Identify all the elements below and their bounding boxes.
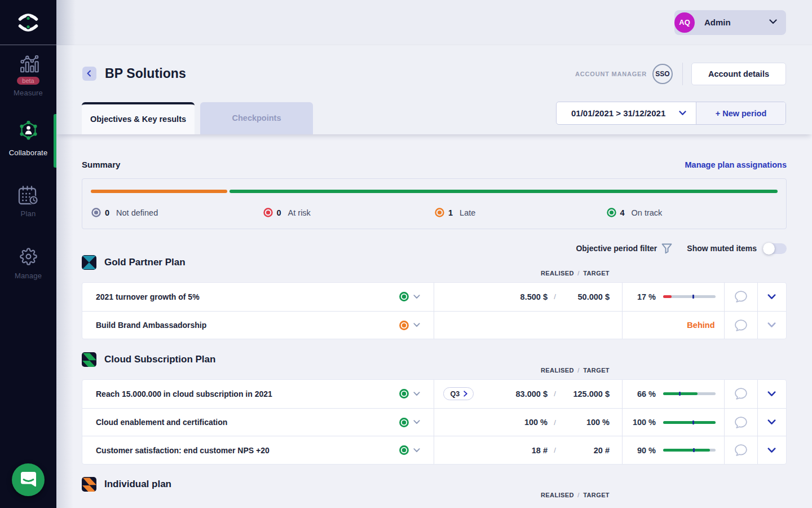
key-result-row: Customer satisfaction: end customer NPS … — [82, 436, 786, 464]
realised-value: 83.000 $ — [469, 389, 548, 398]
plan-logo — [82, 255, 96, 270]
status-ring-icon — [263, 208, 273, 217]
key-result-row: 2021 turnover growth of 5% 8.500 $ — [82, 283, 786, 311]
sidebar-item-plan[interactable]: Plan — [0, 185, 56, 218]
expand-row-button[interactable] — [758, 312, 787, 339]
app-logo[interactable] — [0, 0, 56, 45]
sync-arcs-logo-icon — [17, 11, 39, 34]
status-ring-icon — [399, 292, 409, 301]
key-result-title: Customer satisfaction: end customer NPS … — [96, 446, 399, 455]
summary-legend: 0 Not defined 0 At risk 1 Late 4 On trac… — [91, 208, 778, 217]
filter-row: Objective period filter Show muted items — [576, 243, 787, 254]
quarter-badge[interactable]: Q3 — [443, 387, 474, 400]
progress-fill — [663, 449, 710, 452]
plan-header: Gold Partner Plan — [82, 255, 186, 270]
status-ring-icon — [607, 208, 616, 217]
comment-button[interactable] — [725, 283, 758, 311]
plan-header: Individual plan — [82, 477, 171, 492]
status-ring-icon — [399, 389, 409, 398]
sidebar-item-label: Collaborate — [0, 148, 56, 157]
comment-button[interactable] — [725, 409, 758, 436]
tab-objectives-key-results[interactable]: Objectives & Key results — [82, 102, 195, 134]
chevron-down-icon — [769, 19, 777, 24]
realised-target-separator: / — [548, 292, 562, 301]
summary-bar-segment — [91, 190, 227, 193]
legend-count: 0 — [277, 208, 281, 217]
realised-target-separator: / — [548, 418, 562, 427]
chevron-down-icon — [767, 448, 776, 453]
beta-badge: beta — [17, 77, 39, 85]
status-selector[interactable] — [399, 321, 420, 330]
sidebar-item-manage[interactable]: Manage — [0, 248, 56, 280]
active-nav-indicator — [54, 114, 56, 168]
header-divider — [682, 63, 683, 85]
expand-row-button[interactable] — [758, 380, 787, 408]
sidebar-item-label: Manage — [0, 271, 56, 280]
progress-percent: 66 % — [623, 389, 656, 398]
user-menu[interactable]: AQ Admin — [674, 10, 786, 35]
progress-bar — [663, 392, 716, 395]
tab-checkpoints[interactable]: Checkpoints — [200, 102, 313, 134]
person-hexagon-icon — [19, 121, 38, 142]
key-result-row: Reach 15.000.000 in cloud subscription i… — [82, 380, 786, 408]
status-selector[interactable] — [399, 445, 420, 455]
filter-funnel-icon[interactable] — [661, 243, 672, 254]
page-header: BP Solutions ACCOUNT MANAGER SSO Account… — [56, 45, 812, 134]
expand-row-button[interactable] — [758, 283, 787, 311]
calendar-clock-icon — [17, 185, 39, 205]
new-period-button[interactable]: + New period — [696, 102, 785, 124]
status-selector[interactable] — [399, 292, 420, 301]
target-value: 100 % — [562, 418, 610, 427]
expand-row-button[interactable] — [758, 409, 787, 436]
key-result-row: Cloud enablement and certification 100 % — [82, 408, 786, 436]
expand-row-button[interactable] — [758, 436, 787, 464]
user-name: Admin — [704, 17, 731, 27]
summary-title: Summary — [82, 160, 120, 169]
sidebar-item-collaborate[interactable]: Collaborate — [0, 121, 56, 157]
main-area: AQ Admin BP Solutions ACCOUNT MANAGER SS… — [56, 0, 812, 508]
period-control: 01/01/2021 > 31/12/2021 + New period — [556, 102, 786, 125]
chat-bubble-icon — [21, 472, 36, 488]
progress-bar — [663, 295, 716, 298]
plan-table: 2021 turnover growth of 5% 8.500 $ — [82, 282, 787, 339]
account-details-button[interactable]: Account details — [691, 63, 786, 85]
chat-launcher-button[interactable] — [12, 463, 45, 496]
progress-fill — [663, 295, 672, 298]
chevron-down-icon — [767, 391, 776, 397]
status-ring-icon — [399, 445, 409, 455]
show-muted-toggle[interactable] — [763, 243, 787, 254]
sidebar-item-measure[interactable]: beta Measure — [0, 55, 56, 97]
sidebar-item-label: Measure — [0, 89, 56, 97]
quarter-label: Q3 — [451, 390, 460, 398]
account-manager-avatar[interactable]: SSO — [652, 64, 673, 84]
status-ring-icon — [91, 208, 101, 217]
content-area: Summary Manage plan assignations 0 Not d… — [56, 134, 812, 508]
manage-plan-assignations-link[interactable]: Manage plan assignations — [685, 160, 787, 169]
status-selector[interactable] — [399, 389, 420, 398]
chevron-down-icon — [767, 419, 776, 425]
comment-button[interactable] — [725, 380, 758, 408]
status-ring-icon — [399, 418, 409, 427]
gear-icon — [20, 248, 37, 265]
comment-button[interactable] — [725, 436, 758, 464]
realised-target-header: REALISED / TARGET — [541, 367, 610, 374]
comment-button[interactable] — [725, 312, 758, 339]
plan-table: Reach 15.000.000 in cloud subscription i… — [82, 379, 787, 465]
sidebar-item-label: Plan — [0, 209, 56, 218]
status-selector[interactable] — [399, 418, 420, 427]
progress-expected-tick — [693, 448, 695, 452]
period-range-selector[interactable]: 01/01/2021 > 31/12/2021 — [557, 102, 696, 124]
app-root: beta Measure Collaborate — [0, 0, 812, 508]
avatar: AQ — [674, 12, 695, 33]
show-muted-items-label: Show muted items — [687, 244, 757, 253]
key-result-title: Reach 15.000.000 in cloud subscription i… — [96, 389, 399, 398]
sidebar: beta Measure Collaborate — [0, 0, 56, 508]
plan-header: Cloud Subscription Plan — [82, 352, 215, 367]
progress-expected-tick — [692, 295, 694, 299]
realised-value: 100 % — [469, 418, 548, 427]
back-button[interactable] — [82, 67, 96, 81]
chevron-left-icon — [86, 70, 91, 77]
progress-percent: 17 % — [623, 292, 656, 301]
legend-count: 0 — [105, 208, 109, 217]
comment-bubble-icon — [734, 318, 748, 332]
